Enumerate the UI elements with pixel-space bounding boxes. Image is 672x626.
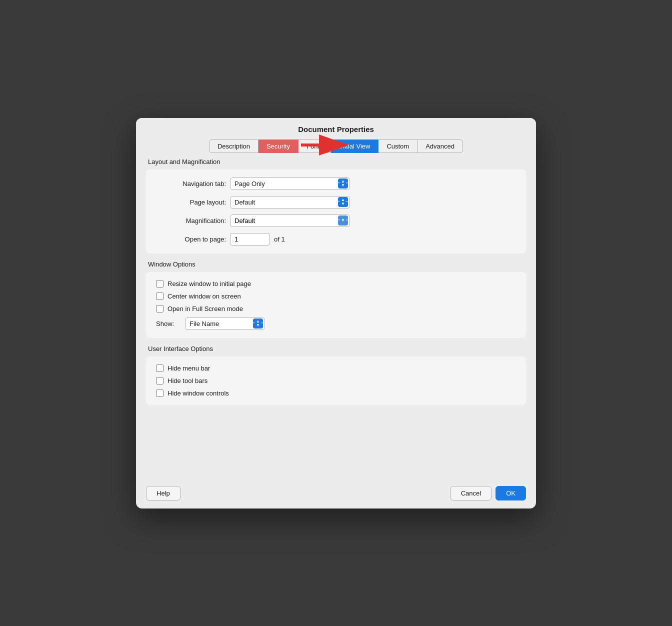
ui-section-label: User Interface Options [146,345,526,352]
hide-menu-row: Hide menu bar [156,364,516,372]
open-to-page-label: Open to page: [156,236,226,243]
page-layout-row: Page layout: Default Single Page Two Pag… [156,196,516,208]
help-button[interactable]: Help [146,486,180,500]
hide-toolbar-checkbox[interactable] [156,377,164,384]
center-window-row: Center window on screen [156,292,516,300]
tab-advanced[interactable]: Advanced [418,140,463,153]
hide-menu-checkbox[interactable] [156,364,164,372]
magnification-select-wrapper: Default Fit Page Fit Width 100% ▼ [230,214,350,227]
window-panel: Resize window to initial page Center win… [146,272,526,338]
tab-description[interactable]: Description [209,140,258,153]
tab-custom[interactable]: Custom [378,140,418,153]
open-to-page-row: Open to page: of 1 [156,233,516,246]
window-section-label: Window Options [146,260,526,268]
magnification-select[interactable]: Default Fit Page Fit Width 100% [230,214,350,227]
navigation-tab-select[interactable]: Page Only Bookmarks Panel and Page Pages… [230,178,350,190]
hide-toolbar-label: Hide tool bars [168,377,208,384]
hide-controls-row: Hide window controls [156,390,516,397]
tab-initial-view[interactable]: Initial View [331,140,378,153]
open-to-page-input[interactable] [230,233,270,246]
show-label: Show: [156,320,181,328]
resize-window-row: Resize window to initial page [156,280,516,288]
magnification-label: Magnification: [156,217,226,224]
page-layout-select[interactable]: Default Single Page Two Page [230,196,350,208]
magnification-row: Magnification: Default Fit Page Fit Widt… [156,214,516,227]
fullscreen-label: Open in Full Screen mode [168,305,243,312]
layout-section-label: Layout and Magnification [146,158,526,166]
document-properties-dialog: Document Properties Description Security… [136,118,536,508]
hide-controls-label: Hide window controls [168,390,229,397]
tab-bar: Description Security Fonts Initial View … [136,138,536,158]
page-layout-select-wrapper: Default Single Page Two Page ▲ ▼ [230,196,350,208]
tab-fonts[interactable]: Fonts [298,140,332,153]
navigation-tab-select-wrapper: Page Only Bookmarks Panel and Page Pages… [230,178,350,190]
hide-controls-checkbox[interactable] [156,390,164,397]
of-text: of 1 [274,236,285,243]
resize-window-label: Resize window to initial page [168,280,251,288]
navigation-tab-row: Navigation tab: Page Only Bookmarks Pane… [156,178,516,190]
show-select-wrapper: File Name Document Title ▲ ▼ [185,318,265,330]
tab-security[interactable]: Security [258,140,298,153]
layout-panel: Navigation tab: Page Only Bookmarks Pane… [146,170,526,254]
hide-toolbar-row: Hide tool bars [156,377,516,384]
button-bar: Help Cancel OK [136,480,536,508]
show-row: Show: File Name Document Title ▲ ▼ [156,318,516,330]
open-page-controls: of 1 [230,233,285,246]
fullscreen-row: Open in Full Screen mode [156,305,516,312]
page-layout-label: Page layout: [156,198,226,206]
hide-menu-label: Hide menu bar [168,364,210,372]
ok-button[interactable]: OK [496,486,526,500]
fullscreen-checkbox[interactable] [156,305,164,312]
resize-window-checkbox[interactable] [156,280,164,288]
dialog-title: Document Properties [136,118,536,138]
center-window-checkbox[interactable] [156,292,164,300]
show-select[interactable]: File Name Document Title [185,318,265,330]
ui-panel: Hide menu bar Hide tool bars Hide window… [146,356,526,405]
spacer [146,412,526,472]
cancel-button[interactable]: Cancel [450,486,492,500]
navigation-tab-label: Navigation tab: [156,180,226,188]
content-area: Layout and Magnification Navigation tab:… [136,158,536,480]
center-window-label: Center window on screen [168,292,241,300]
action-buttons: Cancel OK [450,486,526,500]
